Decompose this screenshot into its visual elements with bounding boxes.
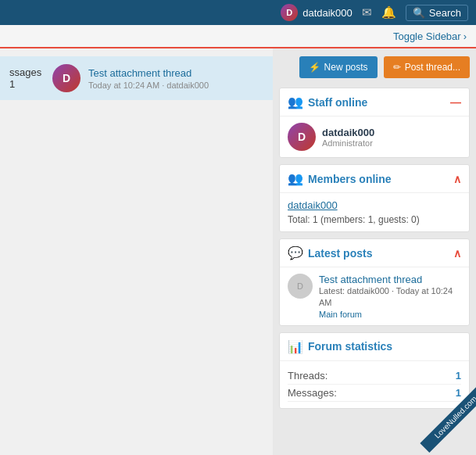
search-button[interactable]: 🔍 Search	[406, 5, 468, 21]
search-label: Search	[429, 7, 461, 19]
staff-user: D datdaik000 Administrator	[288, 123, 461, 151]
latest-posts-header: 💬 Latest posts ∧	[280, 239, 469, 267]
thread-meta: Today at 10:24 AM · datdaik000	[88, 81, 263, 90]
members-online-content: datdaik000 Total: 1 (members: 1, guests:…	[280, 193, 469, 231]
post-thread-button[interactable]: ✏ Post thread...	[384, 56, 470, 78]
stat-row-messages: Messages: 1	[288, 385, 461, 402]
post-title-link[interactable]: Test attachment thread	[319, 274, 422, 285]
toggle-bar: Toggle Sidebar ›	[0, 25, 476, 48]
new-posts-button[interactable]: ⚡ New posts	[299, 56, 378, 78]
post-thread-icon: ✏	[393, 62, 401, 73]
members-total: Total: 1 (members: 1, guests: 0)	[288, 214, 461, 225]
stats-icon: 📊	[288, 339, 303, 354]
new-posts-icon: ⚡	[309, 62, 320, 73]
members-online-label: Members online	[308, 173, 392, 185]
members-online-title: 👥 Members online	[288, 171, 392, 186]
staff-icon: 👥	[288, 95, 303, 109]
search-icon: 🔍	[413, 7, 425, 19]
latest-post-item: D Test attachment thread Latest: datdaik…	[288, 274, 461, 319]
staff-role: Administrator	[322, 138, 374, 148]
latest-posts-title: 💬 Latest posts	[288, 245, 372, 260]
threads-label: Threads:	[288, 370, 327, 382]
count-value: 1	[9, 78, 45, 90]
new-posts-label: New posts	[324, 62, 368, 73]
main-content: ssages 1 D Test attachment thread Today …	[0, 48, 476, 455]
thread-info: Test attachment thread Today at 10:24 AM…	[88, 67, 263, 90]
count-label-text: ssages	[9, 66, 45, 78]
post-thumb: D	[288, 274, 313, 299]
members-online-block: 👥 Members online ∧ datdaik000 Total: 1 (…	[279, 164, 470, 232]
staff-name: datdaik000	[322, 127, 374, 138]
top-navigation: D datdaik000 ✉ 🔔 🔍 Search	[0, 0, 476, 25]
messages-label: Messages:	[288, 387, 337, 399]
latest-posts-content: D Test attachment thread Latest: datdaik…	[280, 267, 469, 325]
staff-collapse-button[interactable]: —	[450, 97, 461, 108]
staff-online-content: D datdaik000 Administrator	[280, 116, 469, 157]
thread-avatar: D	[52, 64, 81, 92]
user-info[interactable]: D datdaik000	[281, 4, 353, 21]
message-count-block: ssages 1	[9, 66, 45, 90]
post-forum: Main forum	[319, 310, 461, 319]
latest-posts-block: 💬 Latest posts ∧ D Test attachment threa…	[279, 238, 470, 326]
forum-statistics-header: 📊 Forum statistics	[280, 333, 469, 361]
thread-item: ssages 1 D Test attachment thread Today …	[0, 56, 273, 100]
members-collapse-button[interactable]: ∧	[453, 174, 461, 185]
forum-statistics-label: Forum statistics	[308, 340, 392, 353]
mail-icon[interactable]: ✉	[362, 5, 372, 20]
bell-icon[interactable]: 🔔	[381, 5, 396, 20]
user-avatar: D	[281, 4, 298, 21]
action-buttons: ⚡ New posts ✏ Post thread...	[279, 56, 470, 78]
staff-info: datdaik000 Administrator	[322, 127, 374, 148]
forum-statistics-content: Threads: 1 Messages: 1	[280, 361, 469, 408]
staff-online-label: Staff online	[308, 96, 367, 109]
right-sidebar: ⚡ New posts ✏ Post thread... 👥 Staff onl…	[273, 48, 476, 455]
post-thread-label: Post thread...	[405, 62, 460, 73]
chat-icon: 💬	[288, 245, 303, 260]
left-panel: ssages 1 D Test attachment thread Today …	[0, 48, 273, 455]
threads-value: 1	[456, 370, 461, 382]
post-info: Test attachment thread Latest: datdaik00…	[319, 274, 461, 319]
latest-posts-label: Latest posts	[308, 247, 372, 260]
member-link[interactable]: datdaik000	[288, 199, 338, 211]
members-online-header: 👥 Members online ∧	[280, 165, 469, 193]
staff-avatar: D	[288, 123, 316, 151]
thread-title-link[interactable]: Test attachment thread	[88, 67, 191, 79]
username-label: datdaik000	[302, 7, 353, 19]
stat-row-threads: Threads: 1	[288, 367, 461, 385]
staff-online-title: 👥 Staff online	[288, 95, 367, 109]
post-meta: Latest: datdaik000 · Today at 10:24 AM	[319, 285, 461, 310]
forum-statistics-block: 📊 Forum statistics Threads: 1 Messages: …	[279, 332, 470, 409]
toggle-chevron-icon: ›	[463, 30, 467, 42]
toggle-sidebar-label: Toggle Sidebar	[393, 30, 461, 42]
staff-online-block: 👥 Staff online — D datdaik000 Administra…	[279, 88, 470, 158]
staff-online-header: 👥 Staff online —	[280, 88, 469, 116]
toggle-sidebar-button[interactable]: Toggle Sidebar ›	[393, 30, 467, 42]
messages-value: 1	[456, 387, 461, 399]
members-icon: 👥	[288, 171, 303, 186]
forum-statistics-title: 📊 Forum statistics	[288, 339, 392, 354]
latest-posts-collapse-button[interactable]: ∧	[453, 248, 461, 259]
